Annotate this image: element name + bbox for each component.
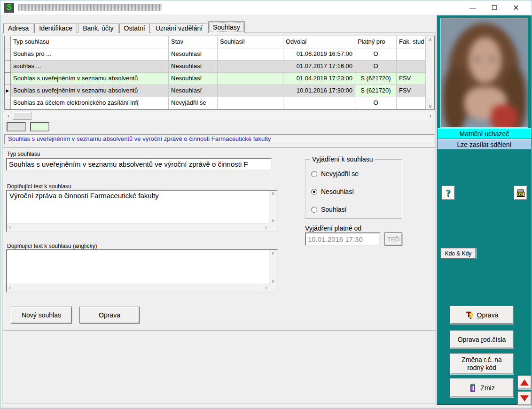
consents-table: Typ souhlasu Stav Souhlasil Odvolal Plat… [4,36,435,110]
doplnujici-text-area[interactable]: Výroční zpráva o činnosti Farmaceutické … [6,190,278,232]
zmiz-button[interactable]: Zmiz [450,378,514,397]
column-header-platny-pro[interactable]: Platný pro [355,36,397,48]
cell-odvolal: 01.07.2017 17:16:00 [283,61,355,73]
radio-label: Nesouhlasí [321,188,354,195]
zmena-line1: Změna r.č. na [462,356,502,364]
typ-souhlasu-label: Typ souhlasu [7,151,40,157]
record-down-button[interactable] [517,391,532,405]
row-pointer-icon: ▶ [5,85,11,97]
cell-typ: Souhlas za účelem elektronického zasílán… [11,97,169,109]
scroll-up-icon[interactable]: ∧ [271,191,274,196]
row-indicator [5,97,11,109]
vyjadreni-groupbox-title: Vyjádření k souhlasu [310,155,375,163]
divider [3,330,435,331]
doplnujici-text-label: Doplňující text k souhlasu [7,183,71,190]
tab-identifikace[interactable]: Identifikace [34,23,77,33]
cell-stav: Nesouhlasí [169,73,218,85]
cell-souhlasil [218,48,283,61]
cell-typ: Souhlas s uveřejněním v seznamu absolven… [11,73,169,85]
typ-souhlasu-input[interactable] [6,158,272,170]
radio-label: Souhlasí [321,206,346,213]
selected-consent-fulltext: Souhlas s uveřejněním v seznamu absolven… [4,134,435,144]
doplnujici-text-en-label: Doplňující text k souhlasu (anglicky) [7,243,97,249]
table-row-selected[interactable]: ▶ Souhlas s uveřejněním v seznamu absolv… [5,85,434,97]
cell-typ: Souhas pro ... [11,48,169,61]
table-row[interactable]: souhlas ... Nesouhlasí 01.07.2017 17:16:… [5,61,434,73]
scroll-right-icon[interactable]: › [426,112,435,120]
person-photo [440,18,528,128]
textarea-horizontal-scrollbar[interactable]: ‹ › [7,223,269,231]
kdo-kdy-button[interactable]: Kdo & Kdy [440,248,476,259]
table-row[interactable]: Souhas pro ... Nesouhlasí 01.06.2019 16:… [5,48,434,61]
question-mark-icon: ? [446,188,451,198]
cell-stav: Nesouhlasí [169,48,218,61]
minimize-button[interactable]: — [462,0,484,15]
textarea-vertical-scrollbar[interactable]: ∧ ∨ [269,191,277,223]
radio-selected-icon [311,189,317,195]
cell-souhlasil [218,61,283,73]
tab-uznani-vzdelani[interactable]: Uznání vzdělání [151,23,207,33]
scrollbar-track[interactable] [31,112,426,120]
table-row[interactable]: Souhlas za účelem elektronického zasílán… [5,97,434,109]
column-header-fak-stud[interactable]: Fak. stud [397,36,426,48]
card-file-button[interactable] [514,185,527,200]
titlebar: S — ☐ ✕ [0,0,532,15]
zmena-rc-button[interactable]: Změna r.č. na rodný kód [450,353,514,374]
scroll-left-icon[interactable]: ‹ [4,112,13,120]
textarea-horizontal-scrollbar[interactable]: ‹ › [7,284,269,292]
textarea-vertical-scrollbar[interactable]: ∧ ∨ [269,250,277,284]
novy-souhlas-button[interactable]: Nový souhlas [11,307,72,324]
doplnujici-text-en-value[interactable] [7,250,269,284]
table-header-row: Typ souhlasu Stav Souhlasil Odvolal Plat… [5,36,434,48]
scroll-right-icon[interactable]: › [265,285,267,291]
scroll-up-icon[interactable]: ∧ [271,250,274,255]
column-header-stav[interactable]: Stav [169,36,218,48]
scroll-down-icon[interactable]: ∨ [271,218,274,223]
tab-adresa[interactable]: Adresa [3,23,33,33]
radio-souhlasi[interactable]: Souhlasí [311,206,346,213]
table-horizontal-scrollbar[interactable]: ‹ › [4,112,435,120]
scroll-down-icon[interactable]: ∨ [271,278,274,284]
scroll-right-icon[interactable]: › [265,224,267,231]
cell-stav: Nesouhlasí [169,85,218,97]
tab-ostatni[interactable]: Ostatní [119,23,150,33]
app-icon: S [4,3,14,13]
tab-strip: Adresa Identifikace Bank. účty Ostatní U… [3,21,246,33]
ted-button[interactable]: TEĎ [384,232,402,246]
legend-green-swatch [30,122,49,131]
scroll-left-icon[interactable]: ‹ [9,224,11,231]
table-vertical-scrollbar[interactable]: ∧ ∨ [426,36,434,109]
application-window: S — ☐ ✕ Adresa Identifikace Bank. účty O… [0,0,532,409]
tools-icon [465,311,474,319]
column-header-odvolal[interactable]: Odvolal [283,36,355,48]
table-row[interactable]: Souhlas s uveřejněním v seznamu absolven… [5,73,434,85]
record-up-button[interactable] [517,375,532,389]
cell-typ: souhlas ... [11,61,169,73]
cell-platny-pro: S (621720) [355,85,397,97]
doplnujici-text-en-area[interactable]: ∧ ∨ ‹ › [6,249,278,293]
cell-typ: Souhlas s uveřejněním v seznamu absolven… [11,85,169,97]
cell-odvolal [283,97,355,109]
scroll-left-icon[interactable]: ‹ [9,285,11,291]
radio-nesouhlasi[interactable]: Nesouhlasí [311,188,354,195]
radio-icon [311,207,317,213]
platne-od-input[interactable] [305,232,380,246]
oprava-button[interactable]: Oprava [450,306,514,324]
scrollbar-thumb[interactable] [13,112,31,120]
column-header-souhlasil[interactable]: Souhlasil [218,36,283,48]
oprava-form-button[interactable]: Oprava [79,307,140,324]
oprava-rod-cisla-button[interactable]: Oprava rod.čísla [450,330,514,348]
window-title-redacted [18,4,162,11]
close-button[interactable]: ✕ [505,0,527,15]
maximize-button[interactable]: ☐ [484,0,505,15]
cell-fak-stud [397,97,426,109]
cell-platny-pro: S (621720) [355,73,397,85]
scroll-up-icon[interactable]: ∧ [426,36,434,43]
radio-nevyjadril-se[interactable]: Nevyjádřil se [311,170,359,177]
doplnujici-text-value[interactable]: Výroční zpráva o činnosti Farmaceutické … [7,191,269,223]
column-header-typ[interactable]: Typ souhlasu [11,36,169,48]
tab-bank-ucty[interactable]: Bank. účty [78,23,118,33]
help-button[interactable]: ? [441,185,455,200]
tab-souhlasy[interactable]: Souhlasy [208,21,245,33]
scroll-down-icon[interactable]: ∨ [426,103,434,109]
